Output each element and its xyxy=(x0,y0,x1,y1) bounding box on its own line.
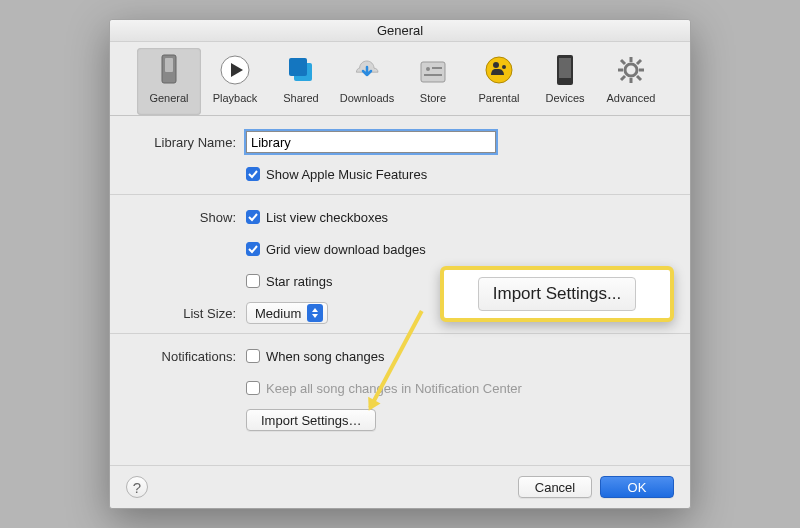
sheet-footer: ? Cancel OK xyxy=(110,465,690,498)
shared-icon xyxy=(283,52,319,88)
checkbox-song-changes[interactable] xyxy=(246,349,260,363)
tab-store[interactable]: Store xyxy=(401,48,465,115)
ok-button[interactable]: OK xyxy=(600,476,674,498)
tab-shared[interactable]: Shared xyxy=(269,48,333,115)
checkbox-list-view-label: List view checkboxes xyxy=(266,210,388,225)
store-icon xyxy=(415,52,451,88)
tab-downloads-label: Downloads xyxy=(340,92,394,104)
checkbox-keep-nc xyxy=(246,381,260,395)
svg-point-15 xyxy=(625,64,637,76)
tab-parental-label: Parental xyxy=(479,92,520,104)
checkbox-song-changes-label: When song changes xyxy=(266,349,385,364)
tab-parental[interactable]: Parental xyxy=(467,48,531,115)
separator xyxy=(110,194,690,195)
tab-playback-label: Playback xyxy=(213,92,258,104)
select-arrows-icon xyxy=(307,304,323,322)
tab-playback[interactable]: Playback xyxy=(203,48,267,115)
svg-rect-5 xyxy=(289,58,307,76)
label-list-size: List Size: xyxy=(134,306,246,321)
checkbox-apple-music-label: Show Apple Music Features xyxy=(266,167,427,182)
window-title: General xyxy=(110,20,690,42)
svg-line-22 xyxy=(637,60,641,64)
svg-line-21 xyxy=(637,76,641,80)
separator xyxy=(110,333,690,334)
parental-icon xyxy=(481,52,517,88)
tab-downloads[interactable]: Downloads xyxy=(335,48,399,115)
advanced-icon xyxy=(613,52,649,88)
label-notifications: Notifications: xyxy=(134,349,246,364)
preferences-body: Library Name: Show Apple Music Features … xyxy=(110,116,690,432)
tab-advanced-label: Advanced xyxy=(607,92,656,104)
tab-advanced[interactable]: Advanced xyxy=(599,48,663,115)
svg-point-12 xyxy=(502,65,506,69)
help-button[interactable]: ? xyxy=(126,476,148,498)
tab-store-label: Store xyxy=(420,92,446,104)
svg-rect-1 xyxy=(165,58,173,72)
checkbox-list-view[interactable] xyxy=(246,210,260,224)
label-show: Show: xyxy=(134,210,246,225)
label-library-name: Library Name: xyxy=(134,135,246,150)
import-settings-button[interactable]: Import Settings… xyxy=(246,409,376,431)
checkbox-grid-badges[interactable] xyxy=(246,242,260,256)
list-size-value: Medium xyxy=(255,306,301,321)
downloads-icon xyxy=(349,52,385,88)
library-name-input[interactable] xyxy=(246,131,496,153)
devices-icon xyxy=(547,52,583,88)
tab-shared-label: Shared xyxy=(283,92,318,104)
tab-general-label: General xyxy=(149,92,188,104)
preferences-sheet: General General Playback Shared Download… xyxy=(109,19,691,509)
general-icon xyxy=(151,52,187,88)
svg-line-20 xyxy=(621,60,625,64)
svg-rect-9 xyxy=(424,74,442,76)
svg-rect-8 xyxy=(432,67,442,69)
svg-rect-14 xyxy=(559,58,571,78)
preferences-toolbar: General Playback Shared Downloads Store xyxy=(110,42,690,116)
tab-devices-label: Devices xyxy=(545,92,584,104)
svg-line-23 xyxy=(621,76,625,80)
checkbox-keep-nc-label: Keep all song changes in Notification Ce… xyxy=(266,381,522,396)
tab-devices[interactable]: Devices xyxy=(533,48,597,115)
cancel-button[interactable]: Cancel xyxy=(518,476,592,498)
checkbox-star-ratings-label: Star ratings xyxy=(266,274,332,289)
checkbox-apple-music[interactable] xyxy=(246,167,260,181)
svg-rect-6 xyxy=(421,62,445,82)
playback-icon xyxy=(217,52,253,88)
checkbox-star-ratings[interactable] xyxy=(246,274,260,288)
svg-point-11 xyxy=(493,62,499,68)
tab-general[interactable]: General xyxy=(137,48,201,115)
checkbox-grid-badges-label: Grid view download badges xyxy=(266,242,426,257)
svg-point-7 xyxy=(426,67,430,71)
list-size-select[interactable]: Medium xyxy=(246,302,328,324)
